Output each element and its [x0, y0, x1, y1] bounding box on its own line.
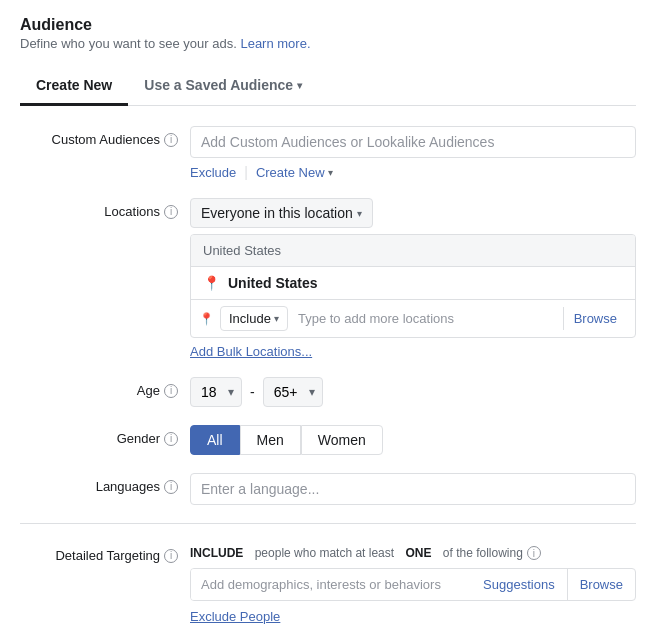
age-min-select[interactable]: 18: [190, 377, 242, 407]
age-max-wrapper: 65+: [263, 377, 323, 407]
custom-audiences-control: Exclude | Create New ▾: [190, 126, 636, 180]
languages-input[interactable]: [190, 473, 636, 505]
detailed-targeting-info-icon[interactable]: i: [164, 549, 178, 563]
pin-icon: 📍: [203, 275, 220, 291]
detailed-targeting-row: Detailed Targeting i INCLUDE people who …: [20, 546, 636, 624]
age-info-icon[interactable]: i: [164, 384, 178, 398]
age-row: Age i 18 - 65+: [20, 377, 636, 407]
exclude-people-link[interactable]: Exclude People: [190, 609, 280, 624]
custom-audiences-info-icon[interactable]: i: [164, 133, 178, 147]
locations-country-header: United States: [191, 235, 635, 267]
languages-info-icon[interactable]: i: [164, 480, 178, 494]
tab-use-saved[interactable]: Use a Saved Audience ▾: [128, 67, 318, 106]
locations-label: Locations i: [20, 198, 190, 219]
location-item: 📍 United States: [191, 267, 635, 300]
languages-label: Languages i: [20, 473, 190, 494]
gender-label: Gender i: [20, 425, 190, 446]
dt-browse-button[interactable]: Browse: [568, 569, 635, 600]
exclude-create-row: Exclude | Create New ▾: [190, 164, 636, 180]
dt-input-row: Suggestions Browse: [190, 568, 636, 601]
chevron-down-icon: ▾: [357, 208, 362, 219]
learn-more-link[interactable]: Learn more.: [240, 36, 310, 51]
location-search-input[interactable]: [294, 309, 557, 328]
exclude-button[interactable]: Exclude: [190, 165, 236, 180]
gender-row: Gender i All Men Women: [20, 425, 636, 455]
locations-box: United States 📍 United States 📍 Include …: [190, 234, 636, 338]
create-new-button[interactable]: Create New ▾: [256, 165, 333, 180]
locations-browse-button[interactable]: Browse: [563, 307, 627, 330]
everyone-in-location-dropdown[interactable]: Everyone in this location ▾: [190, 198, 373, 228]
pin-icon-small: 📍: [199, 312, 214, 326]
dt-suggestions-button[interactable]: Suggestions: [471, 569, 568, 600]
include-dropdown[interactable]: Include ▾: [220, 306, 288, 331]
gender-women-button[interactable]: Women: [301, 425, 383, 455]
age-min-wrapper: 18: [190, 377, 242, 407]
gender-buttons: All Men Women: [190, 425, 636, 455]
locations-control: Everyone in this location ▾ United State…: [190, 198, 636, 359]
section-title: Audience: [20, 16, 636, 34]
locations-row: Locations i Everyone in this location ▾ …: [20, 198, 636, 359]
detailed-targeting-content: INCLUDE people who match at least ONE of…: [190, 546, 636, 624]
location-input-row: 📍 Include ▾ Browse: [191, 300, 635, 337]
custom-audiences-row: Custom Audiences i Exclude | Create New …: [20, 126, 636, 180]
tabs-container: Create New Use a Saved Audience ▾: [20, 67, 636, 106]
dt-include-description: INCLUDE people who match at least ONE of…: [190, 546, 636, 560]
gender-men-button[interactable]: Men: [240, 425, 301, 455]
add-bulk-locations-link[interactable]: Add Bulk Locations...: [190, 344, 312, 359]
tab-create-new[interactable]: Create New: [20, 67, 128, 106]
languages-control: [190, 473, 636, 505]
locations-info-icon[interactable]: i: [164, 205, 178, 219]
detailed-targeting-label: Detailed Targeting i: [20, 546, 190, 563]
chevron-down-icon: ▾: [297, 80, 302, 91]
age-max-select[interactable]: 65+: [263, 377, 323, 407]
custom-audiences-input[interactable]: [190, 126, 636, 158]
age-control: 18 - 65+: [190, 377, 636, 407]
age-label: Age i: [20, 377, 190, 398]
age-selectors: 18 - 65+: [190, 377, 636, 407]
gender-control: All Men Women: [190, 425, 636, 455]
section-divider: [20, 523, 636, 524]
pipe-divider: |: [244, 164, 248, 180]
dt-search-input[interactable]: [191, 569, 471, 600]
chevron-down-icon: ▾: [274, 313, 279, 324]
chevron-down-icon: ▾: [328, 167, 333, 178]
languages-row: Languages i: [20, 473, 636, 505]
detailed-targeting-section: Detailed Targeting i INCLUDE people who …: [20, 542, 636, 624]
gender-all-button[interactable]: All: [190, 425, 240, 455]
form-content: Custom Audiences i Exclude | Create New …: [20, 106, 636, 639]
age-dash: -: [250, 384, 255, 400]
dt-info-icon[interactable]: i: [527, 546, 541, 560]
custom-audiences-label: Custom Audiences i: [20, 126, 190, 147]
gender-info-icon[interactable]: i: [164, 432, 178, 446]
section-subtitle: Define who you want to see your ads. Lea…: [20, 36, 636, 51]
audience-section: Audience Define who you want to see your…: [0, 0, 656, 639]
